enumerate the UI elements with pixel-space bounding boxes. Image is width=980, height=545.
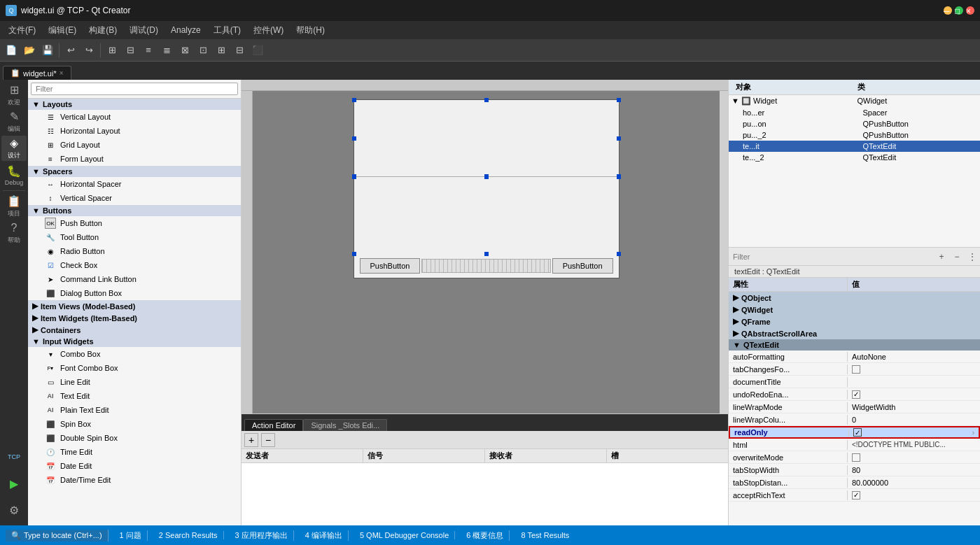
- obj-row-pushbtn2[interactable]: pu..._2 QPushButton: [729, 129, 980, 141]
- prop-value-tabchangesfo[interactable]: [848, 364, 980, 374]
- widget-filter-input[interactable]: [31, 83, 238, 95]
- undoredoena-checkbox[interactable]: ✓: [852, 390, 860, 399]
- prop-value-acceptrichtext[interactable]: ✓: [848, 490, 980, 500]
- prop-row-acceptrichtext[interactable]: acceptRichText ✓: [729, 489, 980, 502]
- toolbar-btn2[interactable]: ↪: [80, 42, 97, 59]
- prop-value-undoredoena[interactable]: ✓: [848, 390, 980, 399]
- design-canvas[interactable]: PushButton PushButton: [253, 91, 720, 413]
- sidebar-item-design[interactable]: ◈ 设计: [1, 136, 27, 161]
- push-button-2[interactable]: PushButton: [552, 258, 613, 274]
- menu-build[interactable]: 构建(B): [83, 22, 122, 38]
- toolbar-btn7[interactable]: ⊠: [176, 42, 193, 59]
- push-button-1[interactable]: PushButton: [360, 258, 421, 274]
- tabchangesfo-checkbox[interactable]: [852, 365, 860, 374]
- widget-text-edit[interactable]: AI Text Edit: [28, 389, 241, 403]
- signal-remove-button[interactable]: −: [261, 433, 275, 447]
- prop-row-linewrapcolu[interactable]: lineWrapColu... 0: [729, 413, 980, 426]
- status-item-qml-debugger[interactable]: 5 QML Debugger Console: [354, 531, 455, 539]
- widget-horizontal-layout[interactable]: ☷ Horizontal Layout: [28, 124, 241, 138]
- widget-date-edit[interactable]: 📅 Date Edit: [28, 459, 241, 473]
- menu-debug[interactable]: 调试(D): [124, 22, 164, 38]
- menu-help[interactable]: 帮助(H): [290, 22, 330, 38]
- toolbar-btn11[interactable]: ⬛: [249, 42, 266, 59]
- obj-row-pushbtn1[interactable]: pu...on QPushButton: [729, 118, 980, 129]
- widget-line-edit[interactable]: ▭ Line Edit: [28, 375, 241, 389]
- toolbar-btn8[interactable]: ⊡: [195, 42, 211, 59]
- toolbar-btn6[interactable]: ≣: [158, 42, 175, 59]
- prop-row-undoredoena[interactable]: undoRedoEna... ✓: [729, 388, 980, 401]
- sidebar-item-project[interactable]: 📋 项目: [1, 194, 27, 219]
- widget-combo-box[interactable]: ▾ Combo Box: [28, 347, 241, 361]
- tab-action-editor[interactable]: Action Editor: [244, 419, 303, 431]
- obj-row-textedit2[interactable]: te..._2 QTextEdit: [729, 152, 980, 163]
- prop-filter-add[interactable]: +: [934, 249, 949, 264]
- widget-h-spacer[interactable]: ↔ Horizontal Spacer: [28, 177, 241, 191]
- widget-form-layout[interactable]: ≡ Form Layout: [28, 152, 241, 166]
- close-button[interactable]: ×: [966, 6, 974, 15]
- widget-command-link[interactable]: ➤ Command Link Button: [28, 272, 241, 286]
- maximize-button[interactable]: □: [955, 6, 963, 15]
- category-item-views[interactable]: ▶ Item Views (Model-Based): [28, 300, 241, 312]
- widget-dialog-btn-box[interactable]: ⬛ Dialog Button Box: [28, 286, 241, 300]
- prop-row-tabstopwidth[interactable]: tabStopWidth 80: [729, 464, 980, 476]
- sidebar-item-help[interactable]: ? 帮助: [1, 220, 27, 246]
- sidebar-item-debug[interactable]: 🐛 Debug: [1, 162, 27, 187]
- toolbar-btn1[interactable]: ↩: [62, 42, 79, 59]
- prop-row-html[interactable]: html <!DOCTYPE HTML PUBLIC...: [729, 439, 980, 451]
- widget-grid-layout[interactable]: ⊞ Grid Layout: [28, 138, 241, 152]
- prop-filter-options[interactable]: ⋮: [965, 249, 980, 264]
- prop-filter-remove[interactable]: −: [949, 249, 965, 264]
- category-spacers[interactable]: ▼ Spacers: [28, 166, 241, 177]
- category-input-widgets[interactable]: ▼ Input Widgets: [28, 336, 241, 347]
- widget-spin-box[interactable]: ⬛ Spin Box: [28, 417, 241, 431]
- widget-plain-text-edit[interactable]: AI Plain Text Edit: [28, 403, 241, 417]
- sidebar-item-run[interactable]: ▶: [1, 471, 27, 496]
- prop-row-autoformatting[interactable]: autoFormatting AutoNone: [729, 351, 980, 363]
- widget-radio-button[interactable]: ◉ Radio Button: [28, 244, 241, 258]
- widget-tool-button[interactable]: 🔧 Tool Button: [28, 230, 241, 244]
- overwritemode-checkbox[interactable]: [852, 453, 860, 462]
- prop-group-qwidget[interactable]: ▶ QWidget: [729, 304, 980, 316]
- toolbar-btn4[interactable]: ⊟: [122, 42, 139, 59]
- toolbar-btn9[interactable]: ⊞: [213, 42, 230, 59]
- menu-file[interactable]: 文件(F): [3, 22, 41, 38]
- widget-double-spin-box[interactable]: ⬛ Double Spin Box: [28, 431, 241, 445]
- canvas-scrollbar[interactable]: [720, 91, 728, 413]
- widget-vertical-layout[interactable]: ☰ Vertical Layout: [28, 110, 241, 124]
- prop-row-tabchangesfo[interactable]: tabChangesFo...: [729, 363, 980, 376]
- sidebar-item-welcome[interactable]: ⊞ 欢迎: [1, 83, 27, 108]
- toolbar-btn10[interactable]: ⊟: [231, 42, 248, 59]
- tab-widget-ui[interactable]: 📋 widget.ui* ×: [3, 66, 71, 80]
- prop-group-qframe[interactable]: ▶ QFrame: [729, 316, 980, 327]
- acceptrichtext-checkbox[interactable]: ✓: [852, 491, 860, 500]
- prop-group-qtextedit[interactable]: ▼ QTextEdit: [729, 339, 980, 351]
- prop-row-overwritemode[interactable]: overwriteMode: [729, 451, 980, 464]
- category-containers[interactable]: ▶ Containers: [28, 324, 241, 336]
- menu-tools[interactable]: 工具(T): [208, 22, 246, 38]
- status-item-search-results[interactable]: 2 Search Results: [153, 531, 224, 539]
- prop-row-linewrapmode[interactable]: lineWrapMode WidgetWidth: [729, 401, 980, 413]
- prop-value-overwritemode[interactable]: [848, 453, 980, 462]
- prop-value-readonly[interactable]: ✓ ›: [849, 427, 979, 437]
- tab-close-icon[interactable]: ×: [59, 69, 64, 77]
- status-item-compile[interactable]: 4 编译输出: [300, 530, 349, 541]
- widget-datetime-edit[interactable]: 📅 Date/Time Edit: [28, 473, 241, 487]
- status-item-app-output[interactable]: 3 应用程序输出: [230, 530, 294, 541]
- prop-row-documenttitle[interactable]: documentTitle: [729, 376, 980, 388]
- widget-font-combo-box[interactable]: F▾ Font Combo Box: [28, 361, 241, 375]
- toolbar-open[interactable]: 📂: [21, 42, 38, 59]
- menu-controls[interactable]: 控件(W): [248, 22, 289, 38]
- menu-analyze[interactable]: Analyze: [165, 23, 206, 37]
- toolbar-new[interactable]: 📄: [3, 42, 20, 59]
- sidebar-item-tcp[interactable]: TCP: [1, 444, 27, 469]
- category-buttons[interactable]: ▼ Buttons: [28, 205, 241, 216]
- prop-group-qabstractscrollarea[interactable]: ▶ QAbstractScrollArea: [729, 327, 980, 339]
- toolbar-btn5[interactable]: ≡: [140, 42, 157, 59]
- category-item-widgets[interactable]: ▶ Item Widgets (Item-Based): [28, 312, 241, 324]
- widget-check-box[interactable]: ☑ Check Box: [28, 258, 241, 272]
- toolbar-btn3[interactable]: ⊞: [104, 42, 120, 59]
- form-widget[interactable]: PushButton PushButton: [354, 99, 620, 278]
- prop-filter-input[interactable]: [729, 251, 934, 262]
- obj-row-spacer[interactable]: ho...er Spacer: [729, 107, 980, 118]
- menu-edit[interactable]: 编辑(E): [43, 22, 82, 38]
